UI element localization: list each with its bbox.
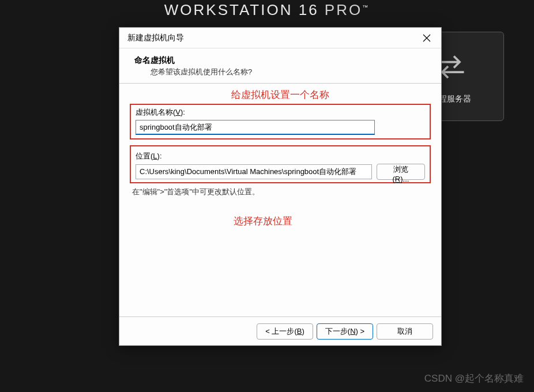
back-button[interactable]: < 上一步(B) <box>257 323 313 340</box>
app-title-pro: PRO <box>325 1 362 18</box>
app-title-tm: ™ <box>362 4 370 10</box>
dialog-footer: < 上一步(B) 下一步(N) > 取消 <box>119 316 441 345</box>
dialog-header-title: 命名虚拟机 <box>134 55 431 66</box>
location-hint: 在"编辑">"首选项"中可更改默认位置。 <box>132 187 431 197</box>
dialog-titlebar: 新建虚拟机向导 <box>119 28 441 48</box>
location-row: 浏览(R)... <box>136 164 425 180</box>
dialog-content: 给虚拟机设置一个名称 虚拟机名称(V): 位置(L): 浏览(R)... 在"编… <box>119 84 441 316</box>
name-section-highlight: 虚拟机名称(V): <box>130 104 431 140</box>
annotation-location: 选择存放位置 <box>130 214 431 228</box>
app-title: WORKSTATION 16 PRO™ <box>0 0 534 19</box>
new-vm-wizard-dialog: 新建虚拟机向导 命名虚拟机 您希望该虚拟机使用什么名称? 给虚拟机设置一个名称 … <box>119 27 442 346</box>
vm-location-input[interactable] <box>136 164 372 179</box>
dialog-title: 新建虚拟机向导 <box>127 33 184 43</box>
location-section-highlight: 位置(L): 浏览(R)... <box>130 145 431 183</box>
cancel-button[interactable]: 取消 <box>377 323 433 340</box>
vm-name-label: 虚拟机名称(V): <box>136 107 425 118</box>
app-title-main: WORKSTATION 16 <box>164 1 319 18</box>
dialog-header: 命名虚拟机 您希望该虚拟机使用什么名称? <box>119 48 441 84</box>
close-icon <box>423 34 431 42</box>
browse-button[interactable]: 浏览(R)... <box>377 164 425 180</box>
close-button[interactable] <box>418 30 435 46</box>
watermark: CSDN @起个名称真难 <box>424 372 524 385</box>
dialog-header-subtitle: 您希望该虚拟机使用什么名称? <box>151 67 431 77</box>
next-button[interactable]: 下一步(N) > <box>317 323 373 340</box>
vm-name-input[interactable] <box>136 120 375 135</box>
vm-location-label: 位置(L): <box>136 151 425 161</box>
annotation-name: 给虚拟机设置一个名称 <box>130 88 431 101</box>
